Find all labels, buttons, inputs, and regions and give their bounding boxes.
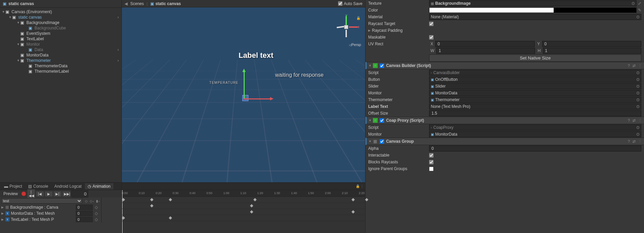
help-icon[interactable]: ? (628, 64, 630, 68)
diamond-icon[interactable]: ◇ (95, 211, 98, 216)
tree-item[interactable]: ▼ ▣ Monitor (0, 42, 121, 47)
maskable-checkbox[interactable] (429, 35, 434, 40)
object-picker-icon[interactable]: ⊙ (636, 97, 640, 102)
timeline-track[interactable] (122, 215, 365, 221)
play-button[interactable]: ▶ (45, 191, 52, 196)
component-enabled-checkbox[interactable] (380, 118, 384, 123)
keyframe[interactable] (250, 210, 253, 214)
record-button[interactable] (21, 191, 26, 196)
auto-save-checkbox[interactable] (338, 1, 342, 6)
keyframe[interactable] (250, 204, 253, 208)
x-axis-handle[interactable] (244, 98, 271, 99)
uv-h-input[interactable]: 1 (543, 48, 642, 54)
monitor-field[interactable]: ▣MonitorData⊙ (429, 131, 641, 137)
tab-scenes[interactable]: Scenes (130, 1, 144, 6)
menu-icon[interactable]: ⋮ (638, 139, 642, 144)
tree-item[interactable]: ▣ ThermometerLabel (0, 69, 121, 74)
chevron-down-icon[interactable]: ▼ (369, 140, 372, 143)
prop-value-input[interactable] (76, 211, 93, 216)
add-keyframe-icon[interactable]: ◇₊ (90, 199, 94, 203)
tab-project[interactable]: ▬Project (1, 183, 25, 189)
keyframe[interactable] (169, 216, 172, 220)
component-enabled-checkbox[interactable] (380, 139, 384, 144)
preset-icon[interactable]: ⇄ (632, 139, 636, 144)
object-picker-icon[interactable]: ⊙ (636, 15, 640, 19)
tree-item[interactable]: ▼ ▣ BackgroundImage (0, 20, 121, 25)
keyframe[interactable] (169, 198, 172, 202)
prev-key-button[interactable]: |◀ (36, 191, 44, 196)
chevron-right-icon[interactable]: ▶ (368, 29, 371, 32)
label-text-field[interactable]: None (Text Mesh Pro)⊙ (429, 103, 641, 110)
preset-icon[interactable]: ⇄ (632, 64, 636, 68)
monitor-field[interactable]: ▣MonitorData⊙ (429, 90, 641, 96)
offset-size-input[interactable]: 1.5 (429, 110, 641, 116)
add-event-icon[interactable]: ▮₊ (96, 199, 100, 203)
object-picker-icon[interactable]: ⊙ (636, 104, 640, 109)
texture-field[interactable]: ▦ BackgroundImage ⊙ (429, 0, 637, 6)
menu-icon[interactable]: ⋮ (638, 118, 642, 123)
component-enabled-checkbox[interactable] (380, 64, 384, 68)
tab-static-canvas[interactable]: static canvas (155, 1, 181, 6)
blocks-raycasts-checkbox[interactable] (429, 160, 434, 164)
tree-item[interactable]: ▣ BackgroundCube (0, 25, 121, 31)
component-header-canvas-group[interactable]: ▼ ▦ Canvas Group ? ⇄ ⋮ (365, 138, 644, 145)
anim-property-row[interactable]: ▶ TTextLabel : Text Mesh P ◇ (0, 216, 101, 223)
timeline-track[interactable] (122, 203, 365, 209)
timeline-track[interactable] (122, 209, 365, 215)
object-picker-icon[interactable]: ⊙ (636, 91, 640, 95)
object-picker-icon[interactable]: ⊙ (636, 125, 640, 130)
frame-input[interactable] (71, 190, 88, 197)
last-frame-button[interactable]: ▶▶| (63, 191, 70, 196)
tree-toggle[interactable]: ▼ (16, 43, 20, 46)
object-picker-icon[interactable]: ⊙ (636, 84, 640, 89)
tree-toggle[interactable]: ▼ (16, 59, 20, 62)
chevron-down-icon[interactable]: ▼ (369, 64, 372, 67)
object-picker-icon[interactable]: ⊙ (631, 1, 635, 6)
clip-dropdown[interactable]: test (1, 198, 82, 204)
persp-label[interactable]: ◁Persp (349, 43, 361, 47)
diamond-icon[interactable]: ◇ (95, 205, 98, 210)
next-key-button[interactable]: ▶| (54, 191, 61, 196)
tree-item[interactable]: ▣ TextLabel (0, 36, 121, 42)
diamond-icon[interactable]: ◇ (95, 217, 98, 222)
timeline-ruler[interactable]: 0:000:100:200:300:400:501:001:101:201:30… (122, 190, 365, 197)
menu-icon[interactable]: ⋮ (638, 64, 642, 68)
tree-item[interactable]: ▣ ThermometerData (0, 63, 121, 69)
tree-item[interactable]: ▣ Data› (0, 47, 121, 52)
material-field[interactable]: None (Material) ⊙ (429, 14, 641, 20)
animation-timeline[interactable]: 0:000:100:200:300:400:501:001:101:201:30… (122, 190, 365, 233)
preview-button[interactable]: Preview (1, 191, 20, 197)
diamond-icon[interactable]: ◇ (85, 199, 88, 203)
timeline-track[interactable] (122, 197, 365, 203)
tree-toggle[interactable]: ▼ (8, 16, 12, 19)
keyframe[interactable] (150, 204, 154, 208)
object-picker-icon[interactable]: ⊙ (636, 132, 640, 137)
chevron-down-icon[interactable]: ▼ (369, 119, 372, 122)
interactable-checkbox[interactable] (429, 153, 434, 158)
slider-field[interactable]: ▣Slider⊙ (429, 83, 641, 89)
component-header-canvas-builder[interactable]: ▼ # Canvas Builder (Script) ? ⇄ ⋮ (365, 62, 644, 69)
anim-property-row[interactable]: ▶ ⊞BackgroundImage : Canva ◇ (0, 204, 101, 210)
tree-item[interactable]: ▣ EventSystem (0, 31, 121, 36)
help-icon[interactable]: ? (628, 139, 630, 144)
ignore-parent-checkbox[interactable] (429, 167, 434, 171)
prop-value-input[interactable] (76, 217, 93, 222)
uv-y-input[interactable]: 0 (542, 41, 641, 47)
uv-w-input[interactable]: 1 (436, 48, 535, 54)
preset-icon[interactable]: ⇄ (632, 118, 636, 123)
menu-icon[interactable]: ⋮ (360, 184, 364, 188)
color-field[interactable] (429, 7, 637, 13)
keyframe[interactable] (122, 216, 125, 220)
orientation-gizmo[interactable]: y x 🔓 ◁Persp (331, 11, 361, 49)
expand-icon[interactable]: ⤢ (638, 1, 641, 6)
object-picker-icon[interactable]: ⊙ (636, 70, 640, 75)
object-picker-icon[interactable]: ⊙ (636, 77, 640, 82)
tab-android-logcat[interactable]: Android Logcat (51, 183, 84, 189)
uv-x-input[interactable]: 0 (435, 41, 534, 47)
keyframe[interactable] (122, 198, 125, 202)
chevron-down-icon[interactable]: ▼ (1, 10, 5, 14)
scene-viewport[interactable]: Label text waiting for response TEMPERAT… (122, 7, 365, 182)
tree-root[interactable]: ▼ ▣ Canvas (Environment) (0, 9, 121, 15)
eyedropper-icon[interactable]: ✎ (638, 8, 641, 13)
tree-item[interactable]: ▼ ▣ static canvas› (0, 15, 121, 20)
